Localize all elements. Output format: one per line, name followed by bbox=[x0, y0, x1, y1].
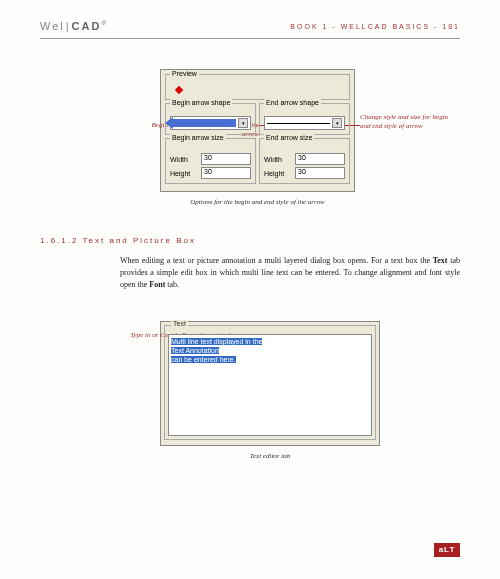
width-label: Width bbox=[170, 156, 198, 163]
begin-height-input[interactable]: 30 bbox=[201, 167, 251, 179]
chevron-down-icon[interactable]: ▾ bbox=[238, 118, 248, 128]
text-input-area[interactable]: Multi line text displayed in the Text An… bbox=[168, 334, 372, 436]
section-heading: 1.6.1.2 Text and Picture Box bbox=[40, 236, 460, 245]
height-label: Height bbox=[170, 170, 198, 177]
end-size-label: End arrow size bbox=[264, 134, 314, 141]
width-label: Width bbox=[264, 156, 292, 163]
begin-shape-select[interactable]: ▾ bbox=[170, 116, 251, 130]
begin-shape-label: Begin arrow shape bbox=[170, 99, 232, 106]
line-icon bbox=[267, 123, 330, 124]
end-width-input[interactable]: 30 bbox=[295, 153, 345, 165]
begin-size-label: Begin arrow size bbox=[170, 134, 226, 141]
preview-arrow-icon bbox=[175, 86, 183, 94]
page-header: Wel|CAD® BOOK 1 - WELLCAD BASICS - 181 bbox=[40, 0, 460, 39]
text-group-label: Text bbox=[171, 320, 188, 327]
body-paragraph: When editing a text or picture annotatio… bbox=[120, 255, 460, 291]
figure-caption-1: Options for the begin and end style of t… bbox=[160, 198, 355, 206]
page-title: BOOK 1 - WELLCAD BASICS - 181 bbox=[290, 23, 460, 30]
end-shape-label: End arrow shape bbox=[264, 99, 321, 106]
wellcad-logo: Wel|CAD® bbox=[40, 20, 108, 32]
arrow-options-figure: Begin is where you clicked to draw the a… bbox=[160, 69, 460, 192]
end-shape-select[interactable]: ▾ bbox=[264, 116, 345, 130]
text-editor-dialog: Text Multi line text displayed in the Te… bbox=[160, 321, 380, 446]
preview-group-label: Preview bbox=[170, 70, 199, 77]
end-height-input[interactable]: 30 bbox=[295, 167, 345, 179]
annotation-change-style: Change style and size for begin and end … bbox=[360, 113, 450, 131]
figure-caption-2: Text editor tab bbox=[160, 452, 380, 460]
begin-width-input[interactable]: 30 bbox=[201, 153, 251, 165]
alt-logo: aLT bbox=[434, 543, 460, 557]
chevron-down-icon[interactable]: ▾ bbox=[332, 118, 342, 128]
text-editor-figure: Type in or Copy'n Paste the text to be d… bbox=[160, 321, 460, 446]
height-label: Height bbox=[264, 170, 292, 177]
arrow-left-icon bbox=[173, 119, 236, 127]
